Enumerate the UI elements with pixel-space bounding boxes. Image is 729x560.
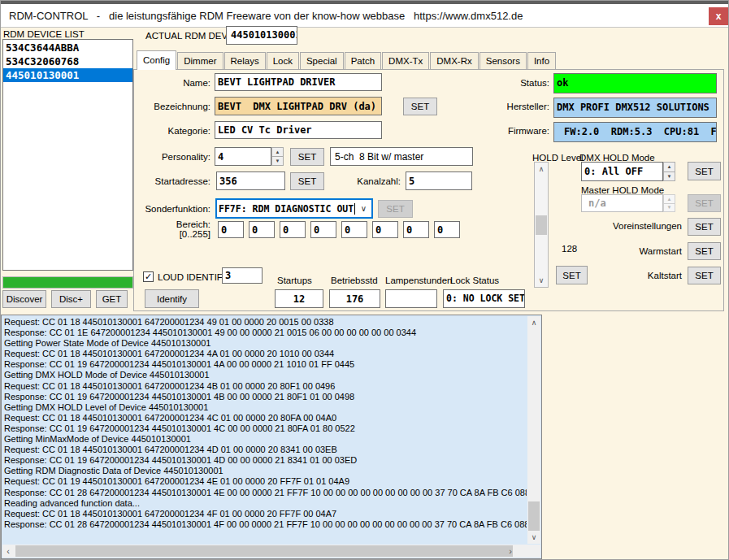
actual-device-value: 445010130001	[226, 26, 297, 45]
log-line: Request: CC 01 18 445010130001 647200001…	[4, 509, 527, 519]
log-line: Response: CC 01 28 647200001234 44501013…	[4, 488, 527, 498]
log-line: Getting RDM Diagnostic Data of Device 44…	[4, 466, 527, 476]
log-horizontal-scrollbar[interactable]: ‹ ›	[2, 545, 527, 558]
tab[interactable]: DMX-Rx	[430, 52, 478, 69]
window-title: RDM-CONTROL - die leistungsfähige RDM Fr…	[9, 10, 523, 22]
log-line: Request: CC 01 18 445010130001 647200001…	[4, 349, 527, 359]
log-vscroll-thumb[interactable]	[528, 501, 540, 531]
get-button[interactable]: GET	[96, 290, 128, 308]
disc-plus-button[interactable]: Disc+	[51, 290, 91, 308]
scroll-left-icon[interactable]: ‹	[2, 545, 14, 558]
log-line: Request: CC 01 18 445010130001 647200001…	[4, 381, 527, 392]
log-line: Response: CC 01 19 647200001234 44501013…	[4, 455, 527, 466]
log-line: Response: CC 01 19 647200001234 44501013…	[4, 359, 527, 370]
log-output[interactable]: Request: CC 01 18 445010130001 647200001…	[1, 315, 542, 559]
log-line: Request: CC 01 18 445010130001 647200001…	[4, 317, 527, 328]
close-button[interactable]: x	[709, 7, 728, 25]
scroll-up-icon[interactable]: ∧	[527, 317, 540, 328]
log-line: Request: CC 01 18 445010130001 647200001…	[4, 413, 527, 423]
tab[interactable]: Sensors	[479, 52, 527, 69]
scroll-down-icon[interactable]: ∨	[527, 532, 540, 543]
log-line: Response: CC 01 19 647200001234 44501013…	[4, 423, 527, 434]
device-list[interactable]: 534C3644ABBA534C32060768445010130001	[2, 39, 133, 271]
device-list-item[interactable]: 534C32060768	[3, 54, 132, 68]
titlebar[interactable]: RDM-CONTROL - die leistungsfähige RDM Fr…	[1, 1, 728, 28]
config-tab-panel	[133, 69, 724, 311]
device-list-label: RDM DEVICE LIST	[3, 29, 85, 39]
scroll-right-icon[interactable]: ›	[505, 545, 516, 558]
close-icon: x	[716, 11, 722, 22]
log-line: Request: CC 01 18 445010130001 647200001…	[4, 445, 527, 455]
log-lines: Request: CC 01 18 445010130001 647200001…	[4, 317, 527, 544]
log-line: Response: CC 01 19 647200001234 44501013…	[4, 392, 527, 402]
log-vertical-scrollbar[interactable]: ∧ ∨	[527, 316, 540, 544]
tab[interactable]: Config	[137, 50, 176, 70]
log-line: Reading advanced function data...	[4, 498, 527, 509]
tab[interactable]: Relays	[224, 52, 266, 69]
device-list-item[interactable]: 445010130001	[3, 68, 132, 82]
tab-bar: ConfigDimmerRelaysLockSpecialPatchDMX-Tx…	[137, 50, 557, 69]
discover-button[interactable]: Discover	[2, 290, 46, 308]
tab[interactable]: Lock	[267, 52, 299, 69]
log-line: Getting DMX HOLD Level of Device 4450101…	[4, 402, 527, 413]
tab[interactable]: DMX-Tx	[382, 52, 429, 69]
tab[interactable]: Dimmer	[177, 52, 223, 69]
log-line: Getting MinMaxMode of Device 44501013000…	[4, 434, 527, 445]
log-line: Response: CC 01 28 647200001234 44501013…	[4, 519, 527, 530]
log-line: Getting DMX HOLD Mode of Device 44501013…	[4, 370, 527, 380]
tab[interactable]: Patch	[345, 52, 381, 69]
scrollbar-corner	[527, 545, 540, 558]
log-hscroll-thumb[interactable]	[15, 545, 513, 557]
device-list-item[interactable]: 534C3644ABBA	[3, 41, 132, 54]
rdm-control-window: RDM-CONTROL - die leistungsfähige RDM Fr…	[0, 0, 729, 560]
discovery-progress-bar	[2, 276, 133, 289]
log-line: Request: CC 01 19 445010130001 647200001…	[4, 476, 527, 487]
log-line: Getting Power State Mode of Device 44501…	[4, 338, 527, 349]
tab[interactable]: Info	[527, 52, 556, 69]
log-line: Response: CC 01 1E 647200001234 44501013…	[4, 328, 527, 338]
tab[interactable]: Special	[300, 52, 344, 69]
titlebar-accent	[1, 1, 728, 4]
